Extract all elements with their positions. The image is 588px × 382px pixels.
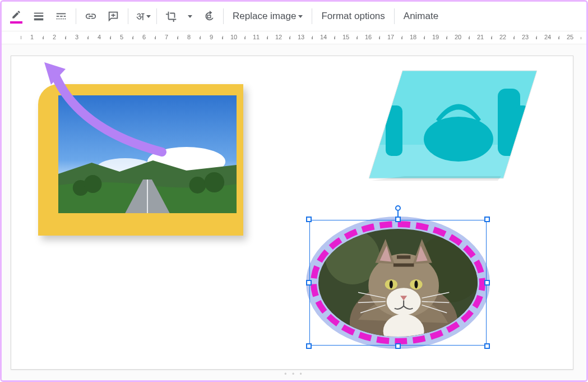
ruler-tick: 7 [155, 31, 178, 40]
ruler-tick: 14 [312, 31, 335, 40]
comment-plus-icon [107, 10, 119, 22]
translate-button[interactable]: अ [132, 5, 153, 27]
ruler-tick: 19 [424, 31, 447, 40]
resize-handle-tr[interactable] [484, 217, 490, 222]
selection-box [309, 220, 487, 346]
reset-image-icon [202, 10, 215, 22]
ruler-tick: 24 [536, 31, 559, 40]
link-icon [85, 10, 97, 22]
toolbar: अ Replace image Format options Animate [2, 2, 586, 31]
resize-handle-bc[interactable] [395, 343, 401, 349]
border-color-button[interactable] [5, 5, 27, 27]
translate-glyph-icon: अ [136, 10, 144, 23]
ruler-tick: 22 [492, 31, 514, 40]
animate-label: Animate [404, 11, 438, 22]
border-dash-button[interactable] [50, 5, 72, 27]
chevron-down-icon [298, 15, 303, 18]
ruler-tick: 9 [200, 31, 223, 40]
crop-dropdown-button[interactable] [183, 5, 197, 27]
ruler-tick: 12 [267, 31, 290, 40]
svg-point-20 [189, 177, 206, 194]
add-comment-button[interactable] [102, 5, 124, 27]
svg-point-19 [84, 175, 102, 193]
chevron-down-icon [146, 15, 151, 18]
ruler-tick: 1 [21, 31, 43, 40]
svg-rect-9 [61, 19, 62, 20]
svg-rect-11 [64, 19, 66, 20]
resize-handle-ml[interactable] [306, 280, 312, 286]
landscape-image-shape[interactable] [38, 84, 243, 236]
workspace [2, 44, 586, 380]
svg-rect-1 [34, 15, 44, 17]
insert-link-button[interactable] [80, 5, 102, 27]
cat-image-selection[interactable] [309, 220, 487, 346]
crop-image-button[interactable] [160, 5, 183, 27]
reset-image-button[interactable] [197, 5, 220, 27]
ruler-tick: 21 [469, 31, 492, 40]
ruler-tick: 13 [290, 31, 312, 40]
ruler-tick: 16 [357, 31, 379, 40]
ruler-tick: 15 [335, 31, 357, 40]
landscape-photo [58, 95, 237, 213]
ruler-tick: 11 [245, 31, 267, 40]
svg-rect-5 [60, 16, 63, 17]
chevron-down-icon [188, 15, 192, 18]
pencil-icon [11, 10, 21, 20]
ruler-tick: 8 [178, 31, 200, 40]
ruler-tick: 18 [402, 31, 424, 40]
horizontal-ruler[interactable]: 1234567891011121314151617181920212223242… [2, 31, 586, 44]
ruler-tick: 17 [379, 31, 402, 40]
svg-rect-4 [57, 16, 59, 17]
svg-rect-3 [57, 13, 66, 15]
ruler-tick: 2 [43, 31, 66, 40]
line-weight-icon [33, 10, 45, 22]
svg-rect-0 [34, 13, 44, 14]
ruler-tick: 23 [514, 31, 536, 40]
format-options-button[interactable]: Format options [316, 5, 390, 27]
basket-image-shape[interactable] [369, 66, 537, 186]
resize-handle-br[interactable] [484, 343, 490, 349]
border-weight-button[interactable] [27, 5, 50, 27]
ruler-tick: 4 [88, 31, 110, 40]
replace-image-button[interactable]: Replace image [227, 5, 308, 27]
resize-handle-bl[interactable] [306, 343, 312, 349]
format-options-label: Format options [321, 11, 385, 22]
rotation-handle[interactable] [395, 205, 401, 211]
app-frame: { "toolbar": { "border_color_tooltip": "… [0, 0, 588, 382]
ruler-tick: 3 [66, 31, 88, 40]
ruler-tick: 5 [110, 31, 133, 40]
svg-rect-12 [207, 15, 211, 18]
svg-rect-2 [34, 19, 44, 21]
line-dash-icon [55, 10, 67, 22]
ruler-tick: 6 [133, 31, 155, 40]
animate-button[interactable]: Animate [398, 5, 444, 27]
replace-image-label: Replace image [233, 11, 296, 22]
resize-grip-icon: • • • [284, 370, 303, 378]
svg-rect-10 [63, 19, 64, 20]
ruler-tick: 10 [223, 31, 245, 40]
svg-rect-7 [57, 19, 58, 20]
slide-canvas[interactable] [11, 56, 573, 370]
svg-point-21 [204, 172, 224, 192]
crop-icon [165, 10, 178, 22]
resize-handle-tl[interactable] [306, 217, 312, 222]
resize-handle-tc[interactable] [395, 217, 401, 222]
svg-rect-6 [64, 16, 66, 17]
resize-handle-mr[interactable] [484, 280, 490, 286]
ruler-tick: 20 [447, 31, 469, 40]
ruler-tick: 25 [559, 31, 581, 40]
svg-rect-8 [58, 19, 59, 20]
svg-rect-29 [369, 66, 537, 186]
